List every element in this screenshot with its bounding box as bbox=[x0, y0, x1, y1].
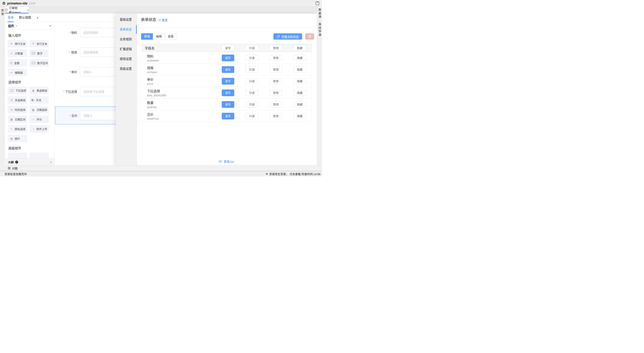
outline-bar[interactable]: 大纲 i › bbox=[5, 158, 54, 165]
file-tab-order-detail[interactable]: 订单明细.formx* × bbox=[5, 7, 29, 14]
component-item[interactable]: ☆ 评分 bbox=[30, 116, 49, 123]
component-item-label: 日期选择 bbox=[36, 108, 47, 112]
component-item[interactable]: 开关 bbox=[30, 96, 49, 104]
component-item[interactable]: ◐ 颜色选择 bbox=[8, 125, 27, 133]
required-asterisk: * bbox=[69, 51, 70, 54]
resources-strip[interactable]: 资源 bbox=[0, 7, 5, 171]
state-readwrite-button[interactable]: 读写 bbox=[222, 54, 234, 61]
component-item-label: 金额 bbox=[14, 61, 20, 65]
component-item[interactable]: ↑ 附件上传 bbox=[30, 125, 49, 133]
image-icon: ▨ bbox=[10, 137, 14, 140]
panel-menu-icon[interactable]: ≡ bbox=[16, 24, 17, 27]
state-option-header-button[interactable]: 禁用 bbox=[270, 45, 282, 51]
state-readwrite-button[interactable]: 读写 bbox=[222, 78, 234, 84]
settings-nav-item[interactable]: 基础设置 bbox=[116, 15, 137, 24]
field-label: *下拉选择 bbox=[54, 89, 80, 94]
view-tab[interactable]: 默认视图 bbox=[19, 14, 31, 22]
state-readonly-button[interactable]: 只读 bbox=[246, 113, 258, 119]
reset-button[interactable]: ↺ 重置 bbox=[158, 18, 168, 22]
table-row: 下拉选择 field_68342895 读写 只读 禁用 隐藏 bbox=[141, 87, 312, 98]
component-item[interactable] bbox=[8, 152, 27, 158]
component-item[interactable]: ∨ 下拉选择 bbox=[8, 86, 27, 94]
view-api-link[interactable]: 查看Api bbox=[137, 159, 316, 164]
settings-nav-item[interactable]: 扩展逻辑 bbox=[116, 44, 137, 54]
field-code: totalPrice bbox=[147, 117, 216, 120]
state-option-header-button[interactable]: 读写 bbox=[222, 45, 234, 51]
right-strip-tab[interactable]: 数据源 bbox=[317, 7, 322, 21]
component-item[interactable]: ▨ 图片 bbox=[8, 135, 27, 142]
state-readonly-button[interactable]: 只读 bbox=[246, 55, 258, 61]
state-hidden-button[interactable]: 隐藏 bbox=[294, 55, 306, 61]
state-disabled-button[interactable]: 禁用 bbox=[270, 90, 282, 96]
state-readwrite-button[interactable]: 读写 bbox=[222, 66, 234, 73]
settings-nav-item[interactable]: 高级设置 bbox=[116, 64, 137, 74]
state-hidden-button[interactable]: 隐藏 bbox=[294, 113, 306, 119]
field-name: 数量 bbox=[147, 100, 216, 105]
settings-nav-item[interactable]: 按钮设置 bbox=[116, 54, 137, 64]
state-readonly-button[interactable]: 只读 bbox=[246, 90, 258, 96]
column-header-field-name: 字段名 bbox=[141, 46, 216, 50]
resources-strip-label[interactable]: 资源 bbox=[0, 9, 4, 16]
component-item-label: 编辑器 bbox=[15, 71, 23, 74]
right-strip-tab[interactable]: 离线资源 bbox=[317, 21, 322, 39]
close-icon[interactable]: × bbox=[27, 9, 29, 12]
view-tab[interactable]: 表单 bbox=[8, 14, 14, 22]
component-item[interactable]: ◉ 单选框组 bbox=[30, 86, 49, 94]
component-item[interactable]: ☑ 多选框组 bbox=[8, 96, 27, 104]
state-hidden-button[interactable]: 隐藏 bbox=[294, 78, 306, 84]
component-item[interactable]: A 单行文本 bbox=[8, 40, 27, 48]
state-readwrite-button[interactable]: 读写 bbox=[222, 101, 234, 108]
state-option-header-button[interactable]: 隐藏 bbox=[294, 45, 306, 51]
component-item[interactable]: ◷ 时间选择 bbox=[8, 106, 27, 114]
state-hidden-button[interactable]: 隐藏 bbox=[294, 90, 306, 96]
problems-bar[interactable]: 问题 bbox=[5, 165, 322, 171]
required-asterisk: * bbox=[69, 31, 70, 34]
field-label: *规格 bbox=[54, 50, 80, 54]
field-code: tonSpec bbox=[147, 71, 216, 74]
component-item[interactable]: ▦ 日期选择 bbox=[30, 106, 49, 114]
state-option-header-button[interactable]: 只读 bbox=[246, 45, 258, 51]
component-item[interactable]: ▦ 日期区间 bbox=[8, 116, 27, 123]
state-readonly-button[interactable]: 只读 bbox=[246, 67, 258, 72]
state-disabled-button[interactable]: 禁用 bbox=[270, 55, 282, 61]
mode-tab[interactable]: 查看 bbox=[165, 33, 176, 40]
file-tab-bar: 订单明细.formx* × bbox=[5, 7, 317, 14]
mode-tab[interactable]: 新增 bbox=[141, 33, 153, 40]
state-hidden-button[interactable]: 隐藏 bbox=[294, 67, 306, 72]
state-readwrite-button[interactable]: 读写 bbox=[222, 90, 234, 96]
state-hidden-button[interactable]: 隐藏 bbox=[294, 102, 306, 108]
component-item-label: 单选框组 bbox=[36, 88, 47, 92]
component-item[interactable]: A 多行文本 bbox=[30, 40, 49, 48]
settings-nav-item[interactable]: 表单状态 bbox=[116, 24, 137, 34]
outline-label: 大纲 bbox=[8, 160, 14, 164]
component-item[interactable]: ± 计数器 bbox=[8, 50, 27, 57]
clone-state-label: 克隆当前状态 bbox=[281, 34, 299, 39]
state-disabled-button[interactable]: 禁用 bbox=[270, 102, 282, 108]
state-readonly-button[interactable]: 只读 bbox=[246, 78, 258, 84]
component-item[interactable]: 1~3 数字区间 bbox=[30, 59, 49, 67]
switch-icon bbox=[31, 99, 35, 101]
table-row: 物料 tonMatter 读写 只读 禁用 隐藏 bbox=[141, 52, 312, 64]
state-disabled-button[interactable]: 禁用 bbox=[270, 67, 282, 72]
component-item[interactable]: A≡ 编辑器 bbox=[8, 69, 27, 76]
settings-nav-item[interactable]: 业务规则 bbox=[116, 34, 137, 44]
save-window-icon[interactable] bbox=[316, 1, 319, 5]
state-readonly-button[interactable]: 只读 bbox=[246, 102, 258, 108]
state-disabled-button[interactable]: 禁用 bbox=[270, 113, 282, 119]
state-disabled-button[interactable]: 禁用 bbox=[270, 78, 282, 84]
chevron-right-icon[interactable]: › bbox=[50, 160, 52, 164]
state-readwrite-button[interactable]: 读写 bbox=[222, 113, 234, 120]
mode-tab[interactable]: 编辑 bbox=[153, 33, 165, 40]
component-item[interactable]: 123 数字 bbox=[30, 50, 49, 57]
section-title-advanced: 高级组件 bbox=[8, 146, 52, 150]
add-view-button[interactable]: + bbox=[36, 14, 38, 22]
reset-label: 重置 bbox=[162, 18, 168, 22]
chevron-down-icon[interactable] bbox=[49, 25, 52, 26]
component-item-label: 颜色选择 bbox=[15, 127, 26, 131]
field-code: field_68342895 bbox=[147, 94, 216, 97]
clone-state-button[interactable]: 克隆当前状态 bbox=[274, 33, 302, 40]
delete-state-button[interactable] bbox=[305, 33, 314, 40]
component-item[interactable]: ¥ 金额 bbox=[8, 59, 27, 67]
component-item[interactable] bbox=[30, 152, 49, 158]
status-message-right[interactable]: 资源发生变更， 点击查看,检查时间:14:56 bbox=[266, 172, 320, 176]
